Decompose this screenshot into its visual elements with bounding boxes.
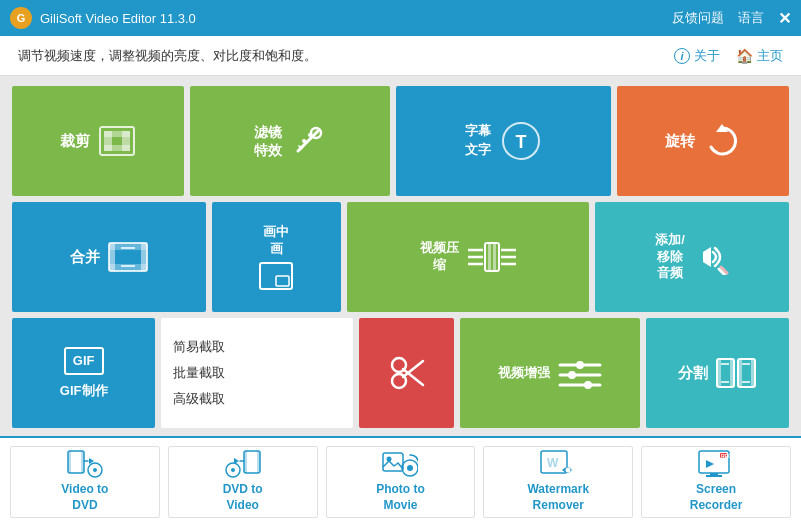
svg-rect-53 xyxy=(738,359,742,387)
svg-rect-22 xyxy=(485,243,499,271)
dvd-to-video-tile[interactable]: DVD toVideo xyxy=(168,446,318,518)
svg-rect-3 xyxy=(104,131,130,137)
pip-tile[interactable]: 画中画 xyxy=(212,202,341,312)
svg-text:REC: REC xyxy=(721,453,732,459)
title-controls: 反馈问题 语言 ✕ xyxy=(672,9,791,28)
main-grid: 裁剪 滤镜特效 xyxy=(0,76,801,436)
screen-recorder-label: ScreenRecorder xyxy=(690,482,743,513)
subtitle-icon: T xyxy=(499,121,543,161)
svg-rect-23 xyxy=(488,243,491,271)
filter-tile[interactable]: 滤镜特效 xyxy=(190,86,390,196)
gif-box: GIF xyxy=(64,347,104,375)
compress-tile[interactable]: 视频压缩 xyxy=(347,202,589,312)
enhance-tile[interactable]: 视频增强 xyxy=(460,318,639,428)
merge-tile[interactable]: 合并 xyxy=(12,202,206,312)
batch-cut-item[interactable]: 批量截取 xyxy=(173,362,340,384)
split-icon xyxy=(716,358,756,388)
split-label: 分割 xyxy=(678,364,708,383)
svg-point-8 xyxy=(302,139,306,143)
photo-to-movie-label: Photo toMovie xyxy=(376,482,425,513)
svg-rect-16 xyxy=(109,243,147,250)
scissors-tile[interactable] xyxy=(359,318,455,428)
svg-rect-61 xyxy=(81,451,84,473)
cut-group: 简易截取 批量截取 高级截取 xyxy=(161,318,352,428)
about-label: 关于 xyxy=(694,47,720,65)
screen-recorder-icon: REC xyxy=(698,450,734,478)
svg-text:W: W xyxy=(547,456,559,470)
subtitle-bar: 调节视频速度，调整视频的亮度、对比度和饱和度。 i 关于 🏠 主页 xyxy=(0,36,801,76)
subtitle-label1: 字幕 xyxy=(465,123,491,140)
watermark-remover-icon: W xyxy=(540,450,576,478)
merge-label: 合并 xyxy=(70,248,100,267)
svg-rect-60 xyxy=(68,451,71,473)
svg-point-67 xyxy=(231,468,235,472)
scissors-icon xyxy=(385,351,429,395)
photo-to-movie-tile[interactable]: Photo toMovie xyxy=(326,446,476,518)
svg-text:T: T xyxy=(515,132,526,152)
app-title: GiliSoft Video Editor 11.3.0 xyxy=(40,11,196,26)
rotate-icon xyxy=(703,122,741,160)
gif-tile[interactable]: GIF GIF制作 xyxy=(12,318,155,428)
grid-row-2: 合并 画中画 xyxy=(12,202,789,312)
audio-tile[interactable]: 添加/移除音频 xyxy=(595,202,789,312)
photo-to-movie-icon xyxy=(382,450,418,478)
subtitle-description: 调节视频速度，调整视频的亮度、对比度和饱和度。 xyxy=(18,47,317,65)
merge-icon xyxy=(108,242,148,272)
svg-rect-70 xyxy=(257,451,260,473)
svg-point-63 xyxy=(93,468,97,472)
grid-row-3: GIF GIF制作 简易截取 批量截取 高级截取 视频增强 xyxy=(12,318,789,428)
crop-icon xyxy=(98,125,136,157)
title-left: G GiliSoft Video Editor 11.3.0 xyxy=(10,7,196,29)
svg-rect-51 xyxy=(730,359,734,387)
split-tile[interactable]: 分割 xyxy=(646,318,789,428)
watermark-remover-tile[interactable]: W WatermarkRemover xyxy=(483,446,633,518)
bottom-bar: Video toDVD DVD toVideo Photo xyxy=(0,436,801,526)
svg-point-9 xyxy=(308,133,312,137)
language-link[interactable]: 语言 xyxy=(738,9,764,27)
rotate-tile[interactable]: 旋转 xyxy=(617,86,789,196)
svg-point-76 xyxy=(407,465,413,471)
home-label: 主页 xyxy=(757,47,783,65)
screen-recorder-tile[interactable]: REC ScreenRecorder xyxy=(641,446,791,518)
app-logo: G xyxy=(10,7,32,29)
svg-point-80 xyxy=(566,468,571,473)
audio-label: 添加/移除音频 xyxy=(655,232,685,283)
watermark-remover-label: WatermarkRemover xyxy=(527,482,589,513)
enhance-icon xyxy=(558,355,602,391)
svg-marker-77 xyxy=(416,458,418,462)
advanced-cut-item[interactable]: 高级截取 xyxy=(173,388,340,410)
svg-rect-17 xyxy=(109,264,147,271)
video-to-dvd-label: Video toDVD xyxy=(61,482,108,513)
svg-rect-24 xyxy=(493,243,496,271)
gif-label: GIF制作 xyxy=(60,383,108,400)
svg-rect-4 xyxy=(104,145,130,151)
compress-label: 视频压缩 xyxy=(420,240,459,274)
info-icon: i xyxy=(674,48,690,64)
pip-icon xyxy=(259,262,293,290)
svg-rect-73 xyxy=(383,453,403,471)
feedback-link[interactable]: 反馈问题 xyxy=(672,9,724,27)
rotate-label: 旋转 xyxy=(665,132,695,151)
title-bar: G GiliSoft Video Editor 11.3.0 反馈问题 语言 ✕ xyxy=(0,0,801,36)
home-icon: 🏠 xyxy=(736,48,753,64)
subtitle-label2: 文字 xyxy=(465,142,491,159)
pip-label: 画中画 xyxy=(263,224,289,258)
video-to-dvd-icon xyxy=(67,450,103,478)
grid-row-1: 裁剪 滤镜特效 xyxy=(12,86,789,196)
close-button[interactable]: ✕ xyxy=(778,9,791,28)
simple-cut-item[interactable]: 简易截取 xyxy=(173,336,340,358)
svg-rect-54 xyxy=(751,359,755,387)
dvd-to-video-icon xyxy=(225,450,261,478)
home-link[interactable]: 🏠 主页 xyxy=(736,47,783,65)
nav-right: i 关于 🏠 主页 xyxy=(674,47,783,65)
enhance-label: 视频增强 xyxy=(498,365,550,382)
audio-icon xyxy=(693,239,729,275)
svg-marker-86 xyxy=(706,460,714,468)
svg-rect-50 xyxy=(717,359,721,387)
crop-tile[interactable]: 裁剪 xyxy=(12,86,184,196)
about-link[interactable]: i 关于 xyxy=(674,47,720,65)
video-to-dvd-tile[interactable]: Video toDVD xyxy=(10,446,160,518)
dvd-to-video-label: DVD toVideo xyxy=(223,482,263,513)
subtitle-tile[interactable]: 字幕 文字 T xyxy=(396,86,611,196)
filter-icon xyxy=(290,123,326,159)
